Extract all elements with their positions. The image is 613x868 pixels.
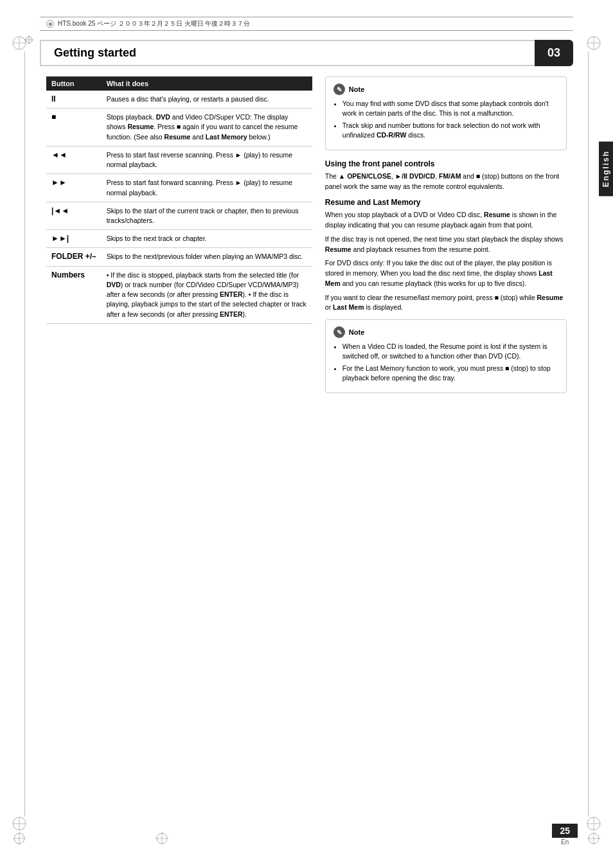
reg-mark-tr (586, 35, 601, 52)
desc-cell: Pauses a disc that's playing, or restart… (102, 91, 312, 109)
reg-mark-bottom-l (12, 831, 27, 847)
note-item: You may find with some DVD discs that so… (342, 99, 558, 118)
button-cell: |◄◄ (46, 202, 102, 229)
note-list-2: When a Video CD is loaded, the Resume po… (333, 342, 558, 383)
section-header: Getting started 03 (40, 40, 573, 66)
note-box-1: ✎ Note You may find with some DVD discs … (325, 76, 567, 150)
resume-section: Resume and Last Memory When you stop pla… (325, 198, 567, 313)
english-tab: English (599, 141, 613, 196)
left-column: Button What it does IIPauses a disc that… (46, 76, 312, 402)
table-row: ◄◄Press to start fast reverse scanning. … (46, 146, 312, 173)
button-cell: ►► (46, 174, 102, 202)
button-table: Button What it does IIPauses a disc that… (46, 76, 312, 324)
page-number: 25 (552, 824, 578, 838)
section-number: 03 (535, 40, 573, 66)
col-button: Button (46, 76, 102, 91)
table-row: |◄◄Skips to the start of the current tra… (46, 202, 312, 229)
resume-body: When you stop playback of a DVD or Video… (325, 210, 567, 313)
crosshair-tl (24, 35, 33, 46)
top-bar: ⊕ HTS.book 25 ページ ２００３年２月２５日 火曜日 午後２時３７分 (40, 17, 573, 31)
page-en: En (552, 838, 578, 846)
desc-cell: Press to start fast reverse scanning. Pr… (102, 146, 312, 173)
desc-cell: Skips to the next track or chapter. (102, 230, 312, 248)
circle-mark: ⊕ (46, 20, 54, 28)
note-item: Track skip and number buttons for track … (342, 121, 558, 139)
reg-mark-bottom-r (586, 831, 601, 847)
note-item: When a Video CD is loaded, the Resume po… (342, 342, 558, 360)
top-bar-text: HTS.book 25 ページ ２００３年２月２５日 火曜日 午後２時３７分 (58, 19, 250, 28)
using-front-panel-body: The ▲ OPEN/CLOSE, ►/II DVD/CD, FM/AM and… (325, 172, 567, 192)
desc-cell: Skips to the next/previous folder when p… (102, 248, 312, 266)
button-cell: ◄◄ (46, 146, 102, 173)
desc-cell: Press to start fast forward scanning. Pr… (102, 174, 312, 202)
table-row: ►►Press to start fast forward scanning. … (46, 174, 312, 202)
desc-cell: Skips to the start of the current track … (102, 202, 312, 229)
table-row: IIPauses a disc that's playing, or resta… (46, 91, 312, 109)
using-front-panel-title: Using the front panel controls (325, 159, 567, 168)
right-border (588, 51, 589, 817)
note-header-2: ✎ Note (333, 326, 558, 338)
reg-mark-bottom-center (154, 831, 170, 847)
note-icon-1: ✎ (333, 84, 345, 95)
right-column: ✎ Note You may find with some DVD discs … (325, 76, 567, 402)
note-header-1: ✎ Note (333, 84, 558, 95)
button-cell: FOLDER +/– (46, 248, 102, 266)
button-cell: ■ (46, 109, 102, 146)
note-list-1: You may find with some DVD discs that so… (333, 99, 558, 140)
table-row: ►►|Skips to the next track or chapter. (46, 230, 312, 248)
col-what: What it does (102, 76, 312, 91)
section-title: Getting started (40, 40, 535, 66)
table-row: Numbers• If the disc is stopped, playbac… (46, 266, 312, 323)
desc-cell: Stops playback. DVD and Video CD/Super V… (102, 109, 312, 146)
resume-title: Resume and Last Memory (325, 198, 567, 207)
note-icon-2: ✎ (333, 326, 345, 338)
button-cell: ►►| (46, 230, 102, 248)
using-front-panel-section: Using the front panel controls The ▲ OPE… (325, 159, 567, 192)
note-box-2: ✎ Note When a Video CD is loaded, the Re… (325, 319, 567, 393)
desc-cell: • If the disc is stopped, playback start… (102, 266, 312, 323)
button-cell: II (46, 91, 102, 109)
note-item: For the Last Memory function to work, yo… (342, 364, 558, 382)
page-number-box: 25 En (552, 824, 578, 846)
button-cell: Numbers (46, 266, 102, 323)
left-border (24, 51, 25, 817)
table-row: ■Stops playback. DVD and Video CD/Super … (46, 109, 312, 146)
table-row: FOLDER +/–Skips to the next/previous fol… (46, 248, 312, 266)
main-content: Button What it does IIPauses a disc that… (40, 76, 573, 402)
